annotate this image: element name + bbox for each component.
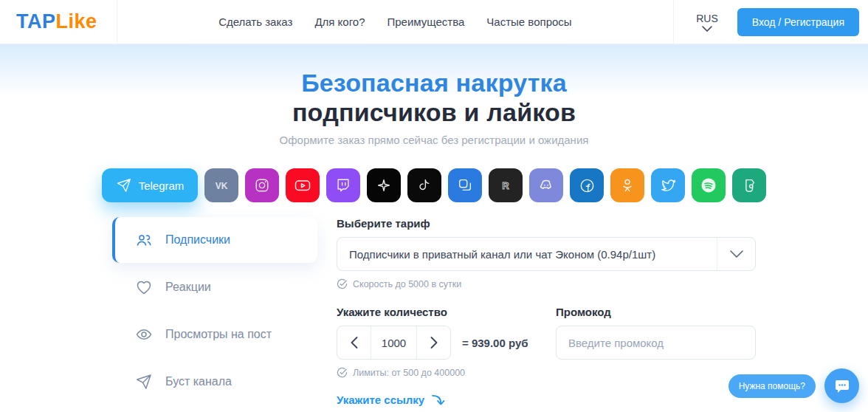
trovo-icon	[741, 177, 757, 193]
network-spotify-button[interactable]	[692, 168, 726, 202]
link-label[interactable]: Укажите ссылку	[337, 393, 756, 406]
quantity-decrease-button[interactable]	[337, 326, 371, 359]
sidebar-item-label: Реакции	[165, 281, 211, 294]
network-odnoklassniki-button[interactable]	[610, 168, 644, 202]
quantity-label: Укажите количество	[337, 306, 556, 318]
network-discord-button[interactable]	[529, 168, 563, 202]
chats-icon	[457, 177, 473, 193]
page-subtitle: Оформите заказ прямо сейчас без регистра…	[0, 134, 868, 146]
network-twitter-button[interactable]	[651, 168, 685, 202]
heart-icon	[135, 278, 153, 296]
tariff-selected-value: Подписчики в приватный канал или чат Эко…	[337, 248, 717, 261]
curved-arrow-icon	[431, 393, 445, 406]
nav-item-advantages[interactable]: Преимущества	[388, 16, 465, 28]
help-bubble[interactable]: Нужна помощь?	[728, 374, 816, 398]
page-title-line1: Безопасная накрутка	[0, 68, 868, 97]
sidebar-item-label: Просмотры на пост	[165, 328, 272, 341]
sidebar-item-reactions[interactable]: Реакции	[112, 264, 317, 310]
tiktok-icon	[416, 177, 433, 193]
youtube-icon	[294, 176, 311, 194]
sidebar-item-label: Подписчики	[165, 233, 230, 247]
network-vk-button[interactable]: VK	[204, 168, 238, 202]
sparkle-icon	[376, 177, 392, 193]
plane-icon	[135, 373, 153, 391]
instagram-icon	[254, 177, 270, 193]
network-selector: TelegramVKR	[0, 168, 868, 202]
chevron-right-icon	[430, 337, 438, 349]
header-right: RUS Вход / Регистрация	[673, 0, 868, 44]
quantity-hint: Лимиты: от 500 до 400000	[337, 367, 556, 378]
network-youtube-button[interactable]	[286, 168, 320, 202]
page-title: Безопасная накрутка подписчиков и лайков	[0, 68, 868, 127]
twitch-icon	[335, 177, 351, 193]
page-title-line2: подписчиков и лайков	[0, 97, 868, 127]
network-sparkle-button[interactable]	[367, 168, 401, 202]
discord-icon	[537, 176, 555, 194]
network-rutube-button[interactable]: R	[489, 168, 523, 202]
chat-button[interactable]	[824, 368, 859, 403]
telegram-icon	[116, 177, 132, 193]
chevron-down-icon	[702, 26, 712, 32]
logo[interactable]: TAPLike	[0, 0, 117, 44]
spotify-icon	[700, 176, 717, 194]
network-chats-button[interactable]	[448, 168, 482, 202]
quantity-stepper: 1000	[337, 326, 451, 360]
sidebar-item-subscribers[interactable]: Подписчики	[112, 217, 317, 263]
language-switcher[interactable]: RUS	[696, 13, 718, 32]
nav-item-for-whom[interactable]: Для кого?	[314, 16, 365, 28]
odnoklassniki-icon	[619, 177, 636, 193]
twitter-icon	[660, 177, 677, 194]
quantity-increase-button[interactable]	[417, 326, 450, 359]
language-label: RUS	[696, 13, 718, 24]
chevron-left-icon	[351, 337, 358, 349]
svg-text:VK: VK	[216, 181, 228, 191]
vk-icon: VK	[212, 176, 231, 195]
rutube-icon: R	[496, 176, 515, 195]
network-trovo-button[interactable]	[732, 168, 766, 202]
network-tiktok-button[interactable]	[407, 168, 441, 202]
calculated-price: = 939.00 руб	[462, 337, 528, 349]
logo-text: TAPLike	[16, 10, 97, 33]
eye-icon	[135, 326, 153, 343]
network-active-label: Telegram	[139, 179, 185, 192]
quantity-value[interactable]: 1000	[371, 326, 417, 359]
chevron-down-icon	[717, 238, 755, 270]
main-nav: Сделать заказДля кого?ПреимуществаЧастые…	[117, 0, 674, 44]
service-sidebar: ПодписчикиРеакцииПросмотры на постБуст к…	[112, 217, 317, 412]
promo-input[interactable]	[556, 326, 756, 360]
check-circle-icon	[337, 278, 348, 289]
network-telegram-button[interactable]: Telegram	[102, 168, 198, 202]
chat-bubble-icon	[833, 377, 851, 395]
order-section: ПодписчикиРеакцииПросмотры на постБуст к…	[112, 217, 756, 412]
facebook-icon	[579, 177, 596, 194]
nav-item-faq[interactable]: Частые вопросы	[486, 16, 571, 28]
tariff-hint: Скорость до 5000 в сутки	[337, 278, 756, 289]
header: TAPLike Сделать заказДля кого?Преимущест…	[0, 0, 868, 44]
svg-text:R: R	[502, 180, 509, 191]
check-circle-icon	[337, 367, 348, 378]
network-instagram-button[interactable]	[245, 168, 279, 202]
sidebar-item-channel-boost[interactable]: Буст канала	[112, 359, 317, 405]
login-button[interactable]: Вход / Регистрация	[737, 8, 859, 36]
sidebar-item-post-views[interactable]: Просмотры на пост	[112, 312, 317, 357]
tariff-select[interactable]: Подписчики в приватный канал или чат Эко…	[337, 237, 756, 271]
sidebar-item-poll-votes[interactable]: Голосования в опросах	[112, 406, 317, 412]
promo-label: Промокод	[556, 306, 756, 318]
hero: Безопасная накрутка подписчиков и лайков…	[0, 44, 868, 146]
sidebar-item-label: Буст канала	[165, 375, 232, 388]
users-icon	[135, 231, 153, 249]
help-widget: Нужна помощь?	[728, 368, 859, 403]
order-form: Выберите тариф Подписчики в приватный ка…	[337, 217, 756, 412]
tariff-label: Выберите тариф	[337, 217, 756, 230]
network-facebook-button[interactable]	[570, 168, 604, 202]
nav-item-order[interactable]: Сделать заказ	[218, 16, 292, 28]
network-twitch-button[interactable]	[326, 168, 360, 202]
